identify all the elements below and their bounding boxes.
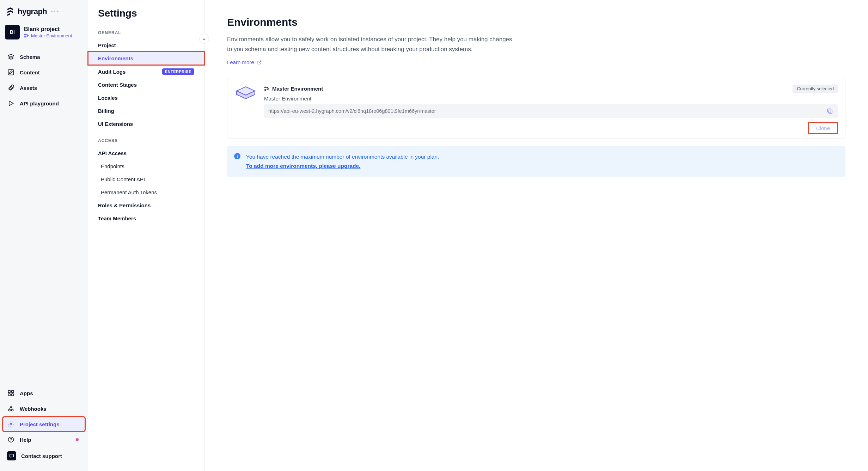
settings-item-api-access[interactable]: API Access [88, 147, 204, 160]
grid-icon [7, 389, 15, 397]
more-menu-icon[interactable]: ••• [50, 8, 59, 15]
svg-point-1 [24, 36, 25, 37]
copy-icon [827, 108, 833, 114]
settings-item-project[interactable]: Project [88, 39, 204, 52]
brand-name: hygraph [18, 7, 47, 16]
settings-group-access: ACCESS [88, 130, 204, 147]
gear-icon [7, 420, 15, 428]
copy-url-button[interactable] [825, 106, 835, 116]
external-link-icon [257, 60, 262, 65]
settings-item-locales[interactable]: Locales [88, 91, 204, 104]
settings-title: Settings [88, 8, 204, 28]
nav-api-playground[interactable]: API playground [3, 96, 85, 111]
svg-point-9 [12, 409, 13, 411]
branch-icon [24, 33, 29, 38]
paperclip-icon [7, 84, 15, 92]
svg-rect-6 [8, 394, 11, 396]
brand-row: hygraph ••• [0, 5, 88, 23]
nav-help[interactable]: Help [3, 432, 85, 447]
svg-rect-18 [829, 110, 832, 113]
nav-label: API playground [20, 100, 59, 106]
environment-label: Master Environment [264, 96, 838, 102]
chevron-double-left-icon: « [203, 36, 205, 42]
nav-label: Webhooks [20, 406, 47, 412]
svg-rect-5 [12, 391, 14, 393]
settings-item-content-stages[interactable]: Content Stages [88, 78, 204, 91]
clone-button[interactable]: Clone [808, 122, 838, 134]
settings-item-public-content-api[interactable]: Public Content API [88, 173, 204, 186]
environment-status-badge: Currently selected [793, 85, 838, 93]
play-icon [7, 99, 15, 107]
svg-point-11 [10, 423, 12, 425]
chat-icon [7, 451, 16, 460]
project-switcher[interactable]: Bl Blank project Master Environment [0, 23, 88, 45]
nav-project-settings[interactable]: Project settings [3, 417, 85, 432]
plan-limit-notice: i You have reached the maximum number of… [227, 146, 845, 177]
page-description: Environments allow you to safely work on… [227, 35, 516, 54]
svg-point-13 [11, 441, 11, 441]
svg-rect-14 [10, 454, 14, 457]
environment-name: Master Environment [264, 86, 323, 92]
svg-point-2 [27, 35, 29, 36]
environment-card: Master Environment Currently selected Ma… [227, 78, 845, 139]
nav-label: Help [20, 437, 31, 443]
webhook-icon [7, 405, 15, 412]
nav-label: Schema [20, 54, 40, 60]
nav-label: Contact support [21, 453, 62, 459]
nav-label: Project settings [20, 421, 60, 427]
svg-rect-3 [8, 70, 14, 75]
nav-assets[interactable]: Assets [3, 80, 85, 95]
environment-url-row: https://api-eu-west-2.hygraph.com/v2/cl6… [264, 104, 838, 118]
primary-sidebar: hygraph ••• Bl Blank project Master Envi… [0, 0, 88, 471]
help-icon [7, 436, 15, 444]
svg-point-17 [268, 88, 269, 89]
notification-dot [76, 438, 79, 441]
svg-point-16 [265, 90, 266, 91]
svg-rect-7 [12, 394, 14, 396]
settings-item-permanent-auth-tokens[interactable]: Permanent Auth Tokens [88, 186, 204, 199]
info-icon: i [234, 153, 240, 159]
svg-point-0 [24, 34, 25, 35]
nav-bottom-group: Apps Webhooks Project settings Help C [0, 381, 88, 468]
svg-point-15 [265, 87, 266, 88]
settings-item-audit-logs[interactable]: Audit Logs ENTERPRISE [88, 65, 204, 78]
nav-label: Apps [20, 390, 33, 396]
branch-icon [264, 86, 269, 91]
settings-item-environments[interactable]: Environments [88, 52, 204, 65]
nav-label: Assets [20, 85, 37, 91]
svg-point-8 [8, 409, 10, 411]
svg-rect-19 [828, 109, 831, 112]
upgrade-link[interactable]: To add more environments, please upgrade… [246, 163, 360, 169]
settings-panel: Settings GENERAL Project Environments Au… [88, 0, 204, 471]
notice-text: You have reached the maximum number of e… [246, 154, 439, 160]
settings-item-endpoints[interactable]: Endpoints [88, 160, 204, 173]
edit-icon [7, 68, 15, 76]
learn-more-link[interactable]: Learn more [227, 59, 262, 65]
nav-schema[interactable]: Schema [3, 49, 85, 64]
settings-item-roles-permissions[interactable]: Roles & Permissions [88, 199, 204, 212]
nav-apps[interactable]: Apps [3, 386, 85, 400]
collapse-panel-button[interactable]: « [199, 34, 209, 44]
project-avatar: Bl [5, 25, 20, 39]
nav-contact-support[interactable]: Contact support [3, 448, 85, 464]
nav-webhooks[interactable]: Webhooks [3, 401, 85, 416]
nav-content[interactable]: Content [3, 65, 85, 80]
enterprise-badge: ENTERPRISE [162, 68, 194, 75]
page-title: Environments [227, 16, 845, 28]
nav-top-group: Schema Content Assets API playground [0, 45, 88, 115]
settings-item-team-members[interactable]: Team Members [88, 212, 204, 225]
settings-item-billing[interactable]: Billing [88, 104, 204, 117]
project-environment: Master Environment [24, 33, 72, 38]
nav-label: Content [20, 69, 40, 75]
environment-url: https://api-eu-west-2.hygraph.com/v2/cl6… [268, 108, 822, 114]
settings-group-general: GENERAL [88, 28, 204, 39]
project-name: Blank project [24, 26, 72, 32]
environment-layers-icon [234, 85, 257, 102]
hygraph-logo-icon [6, 7, 14, 16]
svg-rect-4 [8, 391, 11, 393]
layers-icon [7, 53, 15, 61]
main-content: Environments Environments allow you to s… [204, 0, 868, 471]
settings-item-ui-extensions[interactable]: UI Extensions [88, 117, 204, 130]
